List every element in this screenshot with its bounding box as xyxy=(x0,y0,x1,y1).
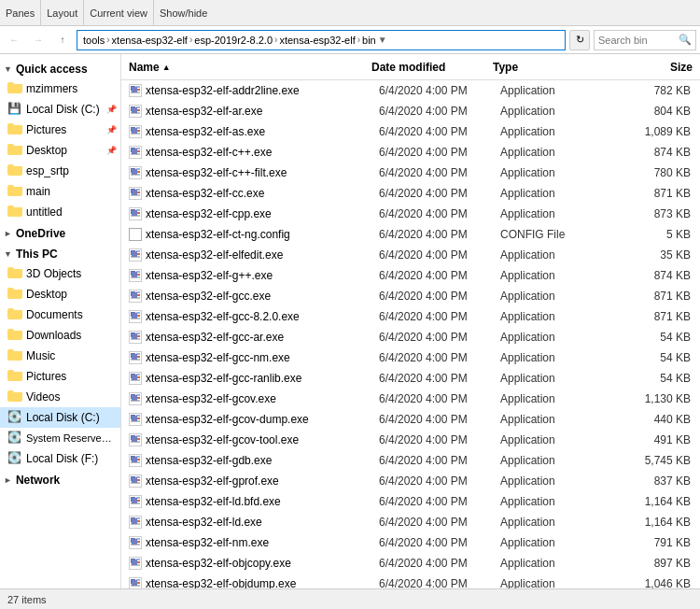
breadcrumb-xtensa-esp32-elf-2[interactable]: xtensa-esp32-elf xyxy=(279,35,355,46)
sidebar-item-local-disk-c[interactable]: 💽 Local Disk (C:) xyxy=(0,407,120,428)
table-row[interactable]: xtensa-esp32-elf-elfedit.exe 6/4/2020 4:… xyxy=(121,245,700,265)
table-row[interactable]: xtensa-esp32-elf-gcc.exe 6/4/2020 4:00 P… xyxy=(121,286,700,306)
table-row[interactable]: xtensa-esp32-elf-gcov.exe 6/4/2020 4:00 … xyxy=(121,389,700,409)
sidebar-item-untitled[interactable]: untitled xyxy=(0,202,120,222)
table-row[interactable]: xtensa-esp32-elf-gcov-tool.exe 6/4/2020 … xyxy=(121,430,700,450)
sidebar-quick-access-header[interactable]: ▼ Quick access xyxy=(0,58,120,78)
sidebar-item-desktop-quick[interactable]: Desktop 📌 xyxy=(0,140,120,161)
svg-rect-66 xyxy=(136,438,140,440)
table-row[interactable]: xtensa-esp32-elf-ct-ng.config 6/4/2020 4… xyxy=(121,224,700,245)
exe-icon xyxy=(129,125,142,138)
table-row[interactable]: xtensa-esp32-elf-addr2line.exe 6/4/2020 … xyxy=(121,80,700,101)
sidebar-item-pictures-quick[interactable]: Pictures 📌 xyxy=(0,120,120,140)
sidebar-item-videos[interactable]: Videos xyxy=(0,387,120,407)
svg-rect-33 xyxy=(136,271,140,273)
file-size: 440 KB xyxy=(631,413,700,426)
folder-icon xyxy=(7,163,22,178)
table-row[interactable]: xtensa-esp32-elf-cpp.exe 6/4/2020 4:00 P… xyxy=(121,204,700,224)
sidebar-item-main[interactable]: main xyxy=(0,181,120,202)
sidebar-item-3d-objects[interactable]: 3D Objects xyxy=(0,263,120,284)
forward-button[interactable]: → xyxy=(28,30,49,50)
sidebar-item-desktop[interactable]: Desktop xyxy=(0,284,120,304)
svg-rect-47 xyxy=(131,338,140,340)
svg-rect-54 xyxy=(136,376,140,378)
table-row[interactable]: xtensa-esp32-elf-ld.exe 6/4/2020 4:00 PM… xyxy=(121,512,700,532)
folder-icon xyxy=(7,389,22,404)
file-name: xtensa-esp32-elf-gcc-ar.exe xyxy=(146,331,379,344)
table-row[interactable]: xtensa-esp32-elf-objdump.exe 6/4/2020 4:… xyxy=(121,574,700,588)
file-size: 1,164 KB xyxy=(631,495,700,508)
sidebar-item-esp-srtp[interactable]: esp_srtp xyxy=(0,161,120,181)
drive-icon: 💽 xyxy=(7,431,22,446)
col-header-name[interactable]: Name ▲ xyxy=(121,54,364,79)
table-row[interactable]: xtensa-esp32-elf-gcc-ranlib.exe 6/4/2020… xyxy=(121,368,700,389)
file-size: 791 KB xyxy=(631,536,700,549)
sidebar-item-system-reserved[interactable]: 💽 System Reserved (D xyxy=(0,428,120,448)
file-type: Application xyxy=(500,413,631,426)
table-row[interactable]: xtensa-esp32-elf-gdb.exe 6/4/2020 4:00 P… xyxy=(121,450,700,471)
sidebar-item-local-disk-c-quick[interactable]: 💾 Local Disk (C:) 📌 xyxy=(0,99,120,120)
file-type: Application xyxy=(500,372,631,385)
search-box[interactable]: 🔍 xyxy=(594,30,696,50)
svg-rect-6 xyxy=(136,109,140,111)
svg-rect-64 xyxy=(131,435,135,440)
refresh-button[interactable]: ↻ xyxy=(569,30,590,50)
svg-rect-70 xyxy=(136,459,140,460)
sidebar-item-documents[interactable]: Documents xyxy=(0,304,120,325)
table-row[interactable]: xtensa-esp32-elf-gcc-ar.exe 6/4/2020 4:0… xyxy=(121,327,700,347)
exe-icon xyxy=(129,372,142,385)
svg-rect-53 xyxy=(136,374,140,375)
svg-rect-78 xyxy=(136,500,140,502)
table-row[interactable]: xtensa-esp32-elf-c++-filt.exe 6/4/2020 4… xyxy=(121,163,700,183)
svg-rect-71 xyxy=(131,461,140,463)
table-row[interactable]: xtensa-esp32-elf-gprof.exe 6/4/2020 4:00… xyxy=(121,471,700,491)
up-button[interactable]: ↑ xyxy=(52,30,73,50)
sidebar-item-pictures[interactable]: Pictures xyxy=(0,366,120,387)
table-row[interactable]: xtensa-esp32-elf-ld.bfd.exe 6/4/2020 4:0… xyxy=(121,491,700,512)
toolbar-layout: Layout xyxy=(41,0,84,25)
table-row[interactable]: xtensa-esp32-elf-g++.exe 6/4/2020 4:00 P… xyxy=(121,265,700,286)
file-size: 782 KB xyxy=(631,84,700,97)
svg-rect-44 xyxy=(131,333,135,337)
sidebar-thispc-header[interactable]: ▼ This PC xyxy=(0,243,120,263)
file-type: Application xyxy=(500,516,631,529)
back-button[interactable]: ← xyxy=(4,30,24,50)
sidebar-network-header[interactable]: ► Network xyxy=(0,469,120,489)
sidebar-onedrive-header[interactable]: ► OneDrive xyxy=(0,222,120,243)
col-header-type[interactable]: Type xyxy=(485,54,616,79)
svg-rect-2 xyxy=(136,89,140,91)
breadcrumb-tools[interactable]: tools xyxy=(83,35,105,46)
exe-icon xyxy=(129,166,142,179)
table-row[interactable]: xtensa-esp32-elf-c++.exe 6/4/2020 4:00 P… xyxy=(121,142,700,163)
svg-rect-74 xyxy=(136,479,140,481)
table-row[interactable]: xtensa-esp32-elf-as.exe 6/4/2020 4:00 PM… xyxy=(121,121,700,142)
exe-icon xyxy=(129,392,142,405)
table-row[interactable]: xtensa-esp32-elf-gcov-dump.exe 6/4/2020 … xyxy=(121,409,700,430)
pin-icon: 📌 xyxy=(106,105,117,114)
table-row[interactable]: xtensa-esp32-elf-ar.exe 6/4/2020 4:00 PM… xyxy=(121,101,700,121)
svg-rect-68 xyxy=(131,456,135,460)
exe-icon xyxy=(129,105,142,118)
breadcrumb-bin[interactable]: bin xyxy=(362,35,376,46)
col-header-size[interactable]: Size xyxy=(616,54,700,79)
breadcrumb-xtensa-esp32-elf-1[interactable]: xtensa-esp32-elf xyxy=(112,35,188,46)
sidebar-item-music[interactable]: Music xyxy=(0,346,120,366)
table-row[interactable]: xtensa-esp32-elf-objcopy.exe 6/4/2020 4:… xyxy=(121,553,700,574)
file-date: 6/4/2020 4:00 PM xyxy=(379,577,500,588)
file-size: 874 KB xyxy=(631,146,700,159)
svg-rect-4 xyxy=(131,106,135,111)
table-row[interactable]: xtensa-esp32-elf-gcc-8.2.0.exe 6/4/2020 … xyxy=(121,306,700,327)
col-header-date[interactable]: Date modified xyxy=(364,54,485,79)
sidebar-item-downloads[interactable]: Downloads xyxy=(0,325,120,346)
table-row[interactable]: xtensa-esp32-elf-cc.exe 6/4/2020 4:00 PM… xyxy=(121,183,700,204)
search-input[interactable] xyxy=(598,35,679,46)
breadcrumb-esp-2019r2[interactable]: esp-2019r2-8.2.0 xyxy=(194,35,273,46)
onedrive-label: OneDrive xyxy=(16,227,65,240)
layout-label: Layout xyxy=(47,7,77,19)
table-row[interactable]: xtensa-esp32-elf-gcc-nm.exe 6/4/2020 4:0… xyxy=(121,347,700,368)
breadcrumb-bar[interactable]: tools › xtensa-esp32-elf › esp-2019r2-8.… xyxy=(77,30,566,50)
table-row[interactable]: xtensa-esp32-elf-nm.exe 6/4/2020 4:00 PM… xyxy=(121,532,700,553)
svg-rect-69 xyxy=(136,456,140,458)
sidebar-item-mzimmers[interactable]: mzimmers xyxy=(0,78,120,99)
sidebar-item-local-disk-f[interactable]: 💽 Local Disk (F:) xyxy=(0,448,120,469)
